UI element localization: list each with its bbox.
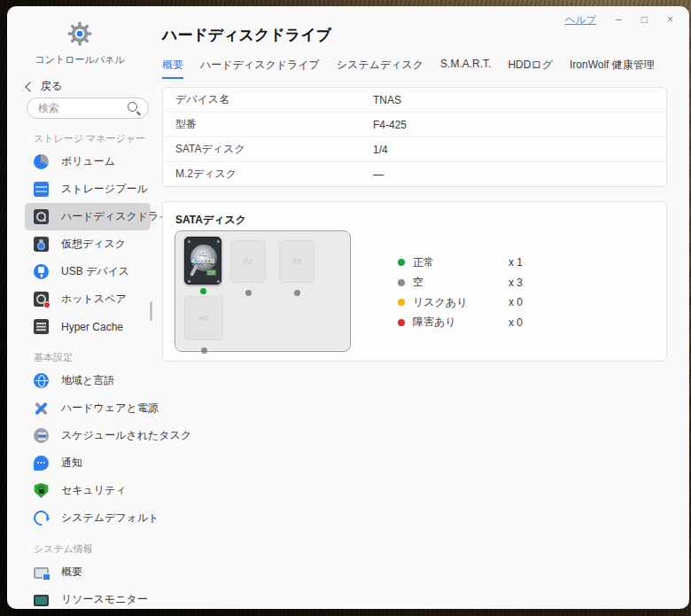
device-info-row: M.2ディスク— — [163, 161, 666, 186]
tab-2[interactable]: システムディスク — [337, 58, 423, 79]
system-default-icon — [31, 508, 52, 529]
tab-3[interactable]: S.M.A.R.T. — [440, 58, 491, 79]
sidebar-item-label: USB デバイス — [61, 264, 129, 279]
usb-device-icon — [34, 264, 49, 279]
sidebar-item[interactable]: リソースモニター — [25, 586, 151, 609]
sidebar-item-label: Hyper Cache — [61, 321, 123, 333]
disk-bay[interactable]: #3 — [279, 240, 314, 283]
overview-icon — [34, 567, 49, 579]
device-info-card: デバイス名TNAS型番F4-425SATAディスク1/4M.2ディスク— — [162, 87, 667, 187]
sidebar-item[interactable]: ハードディスクドライブ — [25, 203, 151, 230]
security-icon — [34, 483, 49, 498]
sidebar-item[interactable]: USB デバイス — [25, 258, 151, 285]
search-box — [27, 97, 149, 119]
legend-status-dot — [398, 279, 405, 286]
sidebar-item-label: 概要 — [61, 565, 82, 580]
hdd-icon — [34, 209, 49, 224]
legend-label: リスクあり — [413, 295, 467, 310]
legend-count: x 3 — [509, 277, 523, 289]
legend-status-dot — [398, 299, 405, 306]
hdd-pcb-chip — [206, 269, 216, 276]
bay-text: #14.00 TB — [185, 230, 221, 284]
close-button[interactable]: × — [667, 14, 673, 25]
help-link[interactable]: ヘルプ — [565, 13, 596, 27]
sidebar-item[interactable]: セキュリティ — [25, 477, 151, 504]
disk-status-legend: 正常x 1空x 3リスクありx 0障害ありx 0 — [398, 253, 602, 332]
legend-count: x 0 — [509, 316, 523, 329]
disk-bay[interactable]: #2 — [230, 240, 266, 283]
bay-status-dot — [294, 290, 300, 296]
tab-bar: 概要ハードディスクドライブシステムディスクS.M.A.R.T.HDDログIron… — [162, 58, 689, 79]
sidebar-item-label: ハードウェアと電源 — [61, 401, 159, 416]
info-label: SATAディスク — [175, 142, 245, 157]
volume-pie-icon — [34, 154, 49, 169]
sidebar-item[interactable]: スケジュールされたタスク — [25, 422, 151, 449]
hyper-cache-icon — [34, 319, 49, 334]
control-panel-window: ヘルプ – □ × コントロールパネル 戻る — [7, 6, 689, 609]
device-info-row: 型番F4-425 — [163, 112, 666, 136]
sidebar-item[interactable]: ハードウェアと電源 — [25, 394, 151, 422]
sidebar-section-label: ストレージ マネージャー — [25, 129, 151, 148]
virtual-disk-icon — [34, 237, 49, 252]
legend-row: 正常x 1 — [398, 253, 602, 273]
sidebar-item-label: セキュリティ — [61, 483, 127, 498]
legend-count: x 1 — [509, 256, 523, 269]
sidebar-item[interactable]: 概要 — [25, 558, 151, 586]
bay-status-dot — [201, 347, 207, 354]
info-label: 型番 — [175, 117, 197, 132]
sidebar-item[interactable]: 仮想ディスク — [25, 230, 151, 258]
hardware-power-icon — [34, 401, 49, 416]
sidebar-section-label: システム情報 — [25, 539, 151, 558]
legend-status-dot — [398, 319, 405, 326]
sidebar-item[interactable]: 地域と言語 — [25, 367, 151, 394]
sidebar-item[interactable]: システムデフォルト — [25, 504, 151, 532]
tab-overview[interactable]: 概要 — [162, 58, 183, 79]
bay-status-dot — [200, 288, 206, 294]
legend-label: 正常 — [413, 255, 434, 270]
maximize-button[interactable]: □ — [641, 14, 648, 25]
sidebar-scrollbar-thumb[interactable] — [150, 301, 152, 321]
sidebar-item[interactable]: ホットスペア — [25, 285, 151, 313]
hot-spare-icon — [34, 292, 49, 307]
info-value: F4-425 — [373, 119, 407, 131]
sidebar-nav: ストレージ マネージャーボリュームストレージプールハードディスクドライブ仮想ディ… — [25, 129, 151, 609]
device-info-row: デバイス名TNAS — [163, 88, 666, 112]
sidebar-item-label: ボリューム — [61, 154, 115, 169]
disk-bay-panel: #14.00 TB#2#3#4 — [175, 230, 351, 352]
info-value: — — [373, 168, 384, 181]
sidebar-item[interactable]: Hyper Cache — [25, 313, 151, 340]
disk-bay[interactable]: #4 — [184, 296, 223, 340]
bay-capacity-label: 4.00 TB — [191, 257, 215, 265]
sidebar-item-label: リソースモニター — [61, 592, 148, 607]
main-content: ハードディスクドライブ 概要ハードディスクドライブシステムディスクS.M.A.R… — [162, 6, 689, 609]
sidebar-item-label: ストレージプール — [61, 182, 148, 197]
tab-4[interactable]: HDDログ — [508, 58, 553, 79]
app-title: コントロールパネル — [7, 53, 152, 66]
sidebar-item[interactable]: 通知 — [25, 449, 151, 477]
tab-5[interactable]: IronWolf 健康管理 — [570, 58, 655, 79]
sidebar-section-label: 基本設定 — [25, 347, 151, 367]
chevron-left-icon — [25, 82, 35, 91]
minimize-button[interactable]: – — [616, 14, 622, 25]
legend-label: 空 — [413, 275, 423, 290]
info-label: デバイス名 — [175, 92, 229, 107]
legend-row: リスクありx 0 — [398, 292, 602, 313]
tab-1[interactable]: ハードディスクドライブ — [200, 58, 320, 79]
titlebar: ヘルプ – □ × — [565, 6, 689, 33]
bay-id-label: #4 — [199, 314, 208, 323]
info-value: 1/4 — [373, 144, 388, 156]
legend-count: x 0 — [509, 296, 523, 308]
sidebar-item-label: 仮想ディスク — [61, 237, 126, 252]
app-header: コントロールパネル — [7, 20, 152, 66]
region-language-icon — [34, 373, 49, 388]
search-input[interactable] — [27, 102, 127, 114]
sidebar-item[interactable]: ストレージプール — [25, 175, 151, 203]
disk-bay[interactable]: #14.00 TB — [184, 237, 221, 285]
resource-monitor-icon — [34, 595, 49, 606]
back-button[interactable]: 戻る — [27, 79, 62, 94]
sidebar-item[interactable]: ボリューム — [25, 148, 151, 175]
sidebar-item-label: ホットスペア — [61, 292, 127, 307]
search-icon[interactable] — [127, 101, 141, 115]
storage-pool-icon — [34, 182, 49, 197]
info-label: M.2ディスク — [175, 167, 237, 182]
